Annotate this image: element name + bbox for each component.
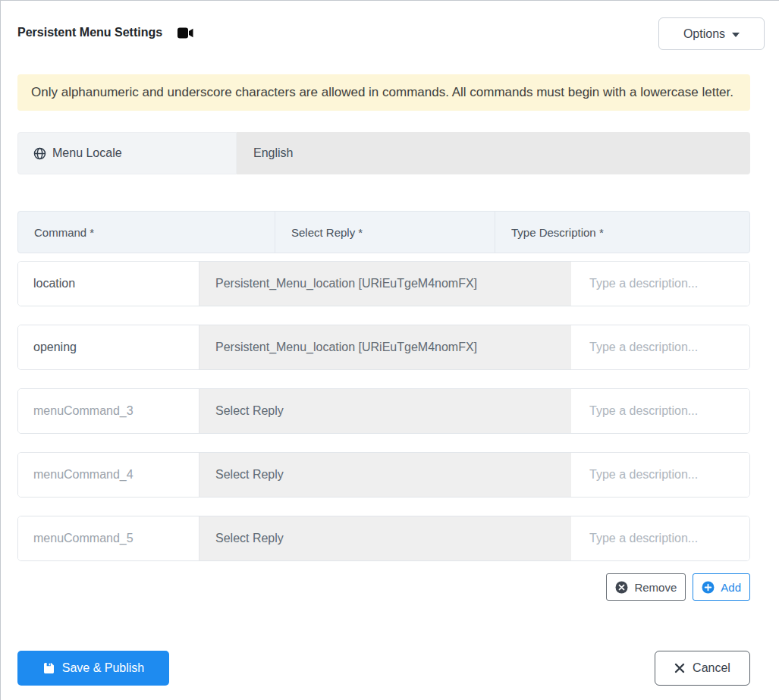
- add-button[interactable]: Add: [693, 573, 750, 601]
- description-input[interactable]: Type a description...: [571, 389, 749, 433]
- column-header-command: Command *: [18, 212, 275, 253]
- x-circle-icon: [615, 581, 628, 594]
- command-row: location Persistent_Menu_location [URiEu…: [17, 261, 750, 306]
- cancel-button[interactable]: Cancel: [655, 651, 750, 686]
- command-rows: location Persistent_Menu_location [URiEu…: [17, 261, 750, 561]
- command-input[interactable]: menuCommand_5: [18, 516, 199, 560]
- remove-button[interactable]: Remove: [606, 573, 686, 601]
- description-input[interactable]: Type a description...: [571, 453, 749, 497]
- footer: Save & Publish Cancel: [17, 651, 750, 686]
- command-input[interactable]: menuCommand_3: [18, 389, 199, 433]
- command-input[interactable]: opening: [18, 325, 199, 369]
- menu-locale-value[interactable]: English: [237, 132, 750, 174]
- command-row: menuCommand_5 Select Reply Type a descri…: [17, 516, 750, 561]
- card-header: Persistent Menu Settings Options: [1, 1, 779, 74]
- command-row: menuCommand_3 Select Reply Type a descri…: [17, 388, 750, 434]
- command-row: opening Persistent_Menu_location [URiEuT…: [17, 325, 750, 370]
- save-publish-button[interactable]: Save & Publish: [17, 651, 169, 686]
- column-header-type-description: Type Description *: [495, 212, 749, 253]
- command-input[interactable]: location: [18, 262, 199, 306]
- plus-circle-icon: [702, 581, 715, 594]
- column-header-select-reply: Select Reply *: [275, 212, 495, 253]
- menu-locale-row: Menu Locale English: [17, 132, 750, 174]
- select-reply-dropdown[interactable]: Select Reply: [199, 453, 571, 497]
- command-row: menuCommand_4 Select Reply Type a descri…: [17, 452, 750, 498]
- alert-text: Only alphanumeric and underscore charact…: [31, 85, 733, 100]
- options-label: Options: [683, 27, 725, 41]
- select-reply-dropdown[interactable]: Select Reply: [199, 516, 571, 560]
- command-input[interactable]: menuCommand_4: [18, 453, 199, 497]
- description-input[interactable]: Type a description...: [571, 262, 749, 306]
- globe-icon: [33, 147, 46, 160]
- select-reply-dropdown[interactable]: Select Reply: [199, 389, 571, 433]
- persistent-menu-card: Persistent Menu Settings Options Only al…: [0, 0, 779, 700]
- save-icon: [42, 662, 55, 674]
- alert-banner: Only alphanumeric and underscore charact…: [17, 74, 750, 111]
- options-button[interactable]: Options: [658, 17, 765, 50]
- row-actions: Remove Add: [17, 573, 750, 601]
- page-title-text: Persistent Menu Settings: [17, 26, 162, 39]
- menu-locale-label: Menu Locale: [17, 132, 237, 174]
- description-input[interactable]: Type a description...: [571, 516, 749, 560]
- page-title: Persistent Menu Settings: [17, 26, 193, 39]
- caret-down-icon: [732, 33, 740, 37]
- x-icon: [674, 663, 685, 673]
- select-reply-dropdown[interactable]: Persistent_Menu_location [URiEuTgeM4nomF…: [199, 325, 571, 369]
- table-header: Command * Select Reply * Type Descriptio…: [17, 211, 750, 253]
- video-camera-icon: [177, 27, 193, 39]
- description-input[interactable]: Type a description...: [571, 325, 749, 369]
- select-reply-dropdown[interactable]: Persistent_Menu_location [URiEuTgeM4nomF…: [199, 262, 571, 306]
